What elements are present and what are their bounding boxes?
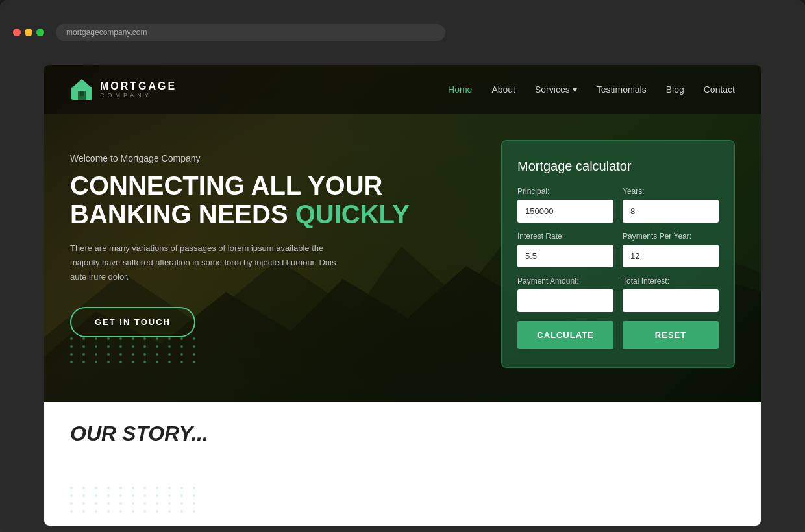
years-input[interactable] (623, 200, 719, 223)
logo-icon (70, 78, 93, 101)
hero-title-line2: BANKING NEEDS (70, 200, 295, 228)
browser-dot-green[interactable] (36, 29, 44, 36)
nav-about[interactable]: About (491, 84, 515, 95)
nav-links: Home About Services ▾ Testimonials Blog … (448, 84, 735, 95)
total-interest-field: Total Interest: (623, 276, 719, 312)
nav-home[interactable]: Home (448, 84, 472, 95)
bottom-section: Our Story... (44, 402, 761, 526)
svg-rect-5 (80, 91, 84, 96)
principal-input[interactable] (517, 200, 613, 223)
payment-amount-input[interactable] (517, 289, 613, 312)
dropdown-arrow-icon: ▾ (573, 84, 577, 95)
hero-welcome: Welcome to Mortgage Company (70, 153, 436, 163)
hero-title-highlight: QUICKLY (295, 200, 410, 228)
browser-top-bar: mortgagecompany.com (0, 0, 805, 65)
calculator-fields: Principal: Years: Interest Rate: Pa (517, 187, 719, 312)
logo-sub: COMPANY (100, 92, 177, 99)
navbar: MORTGAGE COMPANY Home About Services ▾ T… (44, 65, 761, 114)
years-label: Years: (623, 187, 719, 196)
dots-bottom-decoration (70, 487, 200, 513)
cta-button[interactable]: GET IN TOUCH (70, 307, 195, 337)
hero-section: MORTGAGE COMPANY Home About Services ▾ T… (44, 65, 761, 402)
calculator-card: Mortgage calculator Principal: Years: In… (501, 140, 735, 368)
payment-amount-label: Payment Amount: (517, 276, 613, 285)
nav-services[interactable]: Services ▾ (535, 84, 577, 95)
logo-main: MORTGAGE (100, 80, 177, 92)
browser-dot-yellow[interactable] (25, 29, 32, 36)
our-story-title: Our Story... (70, 422, 208, 446)
hero-text: Welcome to Mortgage Company CONNECTING A… (70, 140, 436, 337)
hero-content: Welcome to Mortgage Company CONNECTING A… (44, 114, 761, 368)
address-bar[interactable]: mortgagecompany.com (56, 24, 445, 41)
payments-input[interactable] (623, 245, 719, 267)
principal-field: Principal: (517, 187, 613, 223)
nav-blog[interactable]: Blog (666, 84, 684, 95)
payment-amount-field: Payment Amount: (517, 276, 613, 312)
svg-marker-3 (71, 79, 92, 88)
nav-testimonials[interactable]: Testimonials (597, 84, 647, 95)
hero-title: CONNECTING ALL YOUR BANKING NEEDS QUICKL… (70, 171, 436, 228)
website-content: MORTGAGE COMPANY Home About Services ▾ T… (44, 65, 761, 526)
browser-dot-red[interactable] (13, 29, 21, 36)
principal-label: Principal: (517, 187, 613, 196)
reset-button[interactable]: RESET (623, 321, 719, 349)
total-interest-label: Total Interest: (623, 276, 719, 285)
calculator-title: Mortgage calculator (517, 159, 719, 174)
payments-label: Payments Per Year: (623, 232, 719, 241)
interest-input[interactable] (517, 245, 613, 267)
logo-text: MORTGAGE COMPANY (100, 80, 177, 99)
logo[interactable]: MORTGAGE COMPANY (70, 78, 177, 101)
hero-title-line1: CONNECTING ALL YOUR (70, 171, 383, 200)
total-interest-input[interactable] (623, 289, 719, 312)
years-field: Years: (623, 187, 719, 223)
hero-description: There are many variations of passages of… (70, 241, 343, 284)
nav-contact[interactable]: Contact (704, 84, 735, 95)
payments-field: Payments Per Year: (623, 232, 719, 267)
interest-field: Interest Rate: (517, 232, 613, 267)
calculate-button[interactable]: CALCULATE (517, 321, 613, 349)
interest-label: Interest Rate: (517, 232, 613, 241)
calculator-buttons: CALCULATE RESET (517, 321, 719, 349)
